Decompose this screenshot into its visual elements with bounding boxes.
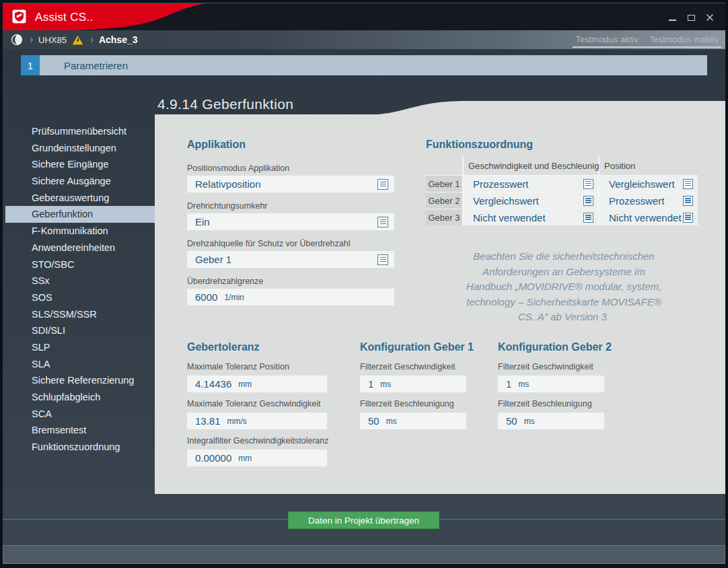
sidebar-item-anwendereinheiten[interactable]: Anwendereinheiten — [5, 240, 155, 256]
field-label: Positionsmodus Applikation — [187, 164, 289, 173]
unit-label: ms — [380, 380, 391, 389]
content-panel: Applikation Positionsmodus Applikation R… — [155, 114, 725, 494]
unit-label: mm — [238, 380, 252, 389]
section-title-funktionszuordnung: Funktionszuordnung — [426, 139, 533, 151]
sidebar-item-sichere-referenzierung[interactable]: Sichere Referenzierung — [5, 372, 155, 389]
window-controls — [667, 12, 715, 23]
sidebar-item-sichere-ausgaenge[interactable]: Sichere Ausgänge — [5, 173, 155, 190]
row-label-geber3: Geber 3 — [426, 209, 462, 225]
sidebar-item-sca[interactable]: SCA — [5, 406, 155, 423]
sidebar-item-geberauswertung[interactable]: Geberauswertung — [5, 190, 155, 207]
testmode-active-tab[interactable]: Testmodus aktiv — [575, 34, 638, 44]
breadcrumb-bar: UHX85 Achse_3 Testmodus aktiv Testmodus … — [3, 30, 725, 49]
field-label: Überdrehzahlgrenze — [187, 277, 263, 286]
geber2-position-dropdown[interactable]: Prozesswert — [599, 192, 698, 209]
sidebar-nav: Prüfsummenübersicht Grundeinstellungen S… — [5, 123, 155, 456]
section-title-gebertoleranz: Gebertoleranz — [187, 341, 260, 353]
list-dropdown-icon[interactable] — [377, 179, 388, 190]
chevron-right-icon — [28, 37, 33, 42]
geber1-position-dropdown[interactable]: Vergleichswert — [599, 176, 698, 192]
unit-label: 1/min — [224, 293, 244, 302]
sidebar-item-bremsentest[interactable]: Bremsentest — [5, 422, 155, 439]
field-label: Integralfilter Geschwindigkeitstoleranz — [187, 436, 329, 446]
geber2-filterzeit-beschleunigung-input[interactable]: 50 ms — [498, 413, 604, 429]
geber2-speed-dropdown[interactable]: Vergleichswert — [464, 192, 598, 209]
sidebar-item-sichere-eingaenge[interactable]: Sichere Eingänge — [5, 156, 155, 173]
page-title: 4.9.14 Geberfunktion — [157, 94, 293, 114]
maximize-icon[interactable] — [686, 13, 696, 22]
sidebar-item-sdi-sli[interactable]: SDI/SLI — [5, 322, 155, 339]
ueberdrehzahlgrenze-input[interactable]: 6000 1/min — [187, 289, 394, 306]
unit-label: mm/s — [227, 417, 247, 426]
chevron-right-icon — [89, 37, 94, 42]
close-icon[interactable] — [705, 13, 715, 22]
list-dropdown-icon[interactable] — [377, 217, 388, 227]
positionsmodus-dropdown[interactable]: Relativposition — [187, 176, 394, 192]
geber2-filterzeit-geschwindigkeit-input[interactable]: 1 ms — [498, 376, 604, 392]
geber3-position-dropdown[interactable]: Nicht verwendet — [599, 209, 698, 225]
column-header-speed: Geschwindigkeit und Beschleunigung — [464, 156, 598, 175]
geber3-speed-dropdown[interactable]: Nicht verwendet — [464, 209, 598, 225]
list-dropdown-icon[interactable] — [683, 213, 693, 223]
step-bar[interactable]: 1 Parametrieren — [21, 55, 707, 75]
breadcrumb-axis[interactable]: Achse_3 — [99, 34, 138, 45]
step-label: Parametrieren — [40, 55, 707, 75]
unit-label: mm — [238, 454, 252, 463]
title-bar: Assist CS.. — [3, 3, 725, 30]
section-title-konfiguration-geber-1: Konfiguration Geber 1 — [360, 341, 474, 353]
sidebar-item-schlupfabgleich[interactable]: Schlupfabgleich — [5, 389, 155, 406]
minimize-icon[interactable] — [667, 13, 677, 22]
sidebar-item-sls-ssm-ssr[interactable]: SLS/SSM/SSR — [5, 306, 155, 323]
warning-icon — [72, 35, 83, 45]
sidebar-item-grundeinstellungen[interactable]: Grundeinstellungen — [5, 140, 155, 157]
testmode-inactive-tab[interactable]: Testmodus inaktiv — [649, 34, 719, 44]
field-label: Maximale Toleranz Position — [187, 362, 289, 371]
list-dropdown-icon[interactable] — [683, 179, 693, 189]
table-corner-cell — [426, 156, 462, 175]
max-toleranz-position-input[interactable]: 4.14436 mm — [187, 376, 327, 392]
app-window: Assist CS.. UHX85 Achse_3 — [0, 0, 728, 568]
testmode-switch: Testmodus aktiv Testmodus inaktiv — [573, 32, 721, 48]
list-dropdown-icon[interactable] — [583, 196, 593, 206]
status-bar — [3, 545, 725, 564]
section-title-konfiguration-geber-2: Konfiguration Geber 2 — [498, 341, 612, 353]
app-title: Assist CS.. — [35, 11, 93, 24]
unit-label: ms — [524, 417, 535, 426]
row-label-geber1: Geber 1 — [426, 176, 462, 192]
sidebar-item-sos[interactable]: SOS — [5, 289, 155, 306]
transfer-to-project-button[interactable]: Daten in Projekt übertragen — [288, 511, 439, 529]
drehrichtungsumkehr-dropdown[interactable]: Ein — [187, 213, 394, 230]
sidebar-item-sla[interactable]: SLA — [5, 356, 155, 373]
geber1-filterzeit-geschwindigkeit-input[interactable]: 1 ms — [360, 376, 466, 392]
unit-label: ms — [386, 417, 397, 426]
list-dropdown-icon[interactable] — [583, 179, 593, 189]
sidebar-item-pruefsummenuebersicht[interactable]: Prüfsummenübersicht — [5, 123, 155, 140]
main-area: 1 Parametrieren Prüfsummenübersicht Grun… — [3, 49, 725, 545]
list-dropdown-icon[interactable] — [583, 213, 593, 223]
breadcrumb: UHX85 Achse_3 — [11, 30, 138, 49]
sidebar-item-slp[interactable]: SLP — [5, 339, 155, 356]
breadcrumb-device[interactable]: UHX85 — [38, 35, 67, 45]
field-label: Maximale Toleranz Geschwindigkeit — [187, 399, 320, 409]
list-dropdown-icon[interactable] — [377, 254, 388, 265]
safety-note: Beachten Sie die sicherheitstechnischen … — [426, 249, 702, 325]
sidebar-item-f-kommunikation[interactable]: F-Kommunikation — [5, 223, 155, 240]
sidebar-item-geberfunktion[interactable]: Geberfunktion — [5, 206, 155, 223]
row-label-geber2: Geber 2 — [426, 192, 462, 209]
sidebar-item-sto-sbc[interactable]: STO/SBC — [5, 256, 155, 273]
list-dropdown-icon[interactable] — [683, 196, 693, 206]
sidebar-item-ssx[interactable]: SSx — [5, 273, 155, 289]
step-number: 1 — [21, 55, 40, 75]
geber1-speed-dropdown[interactable]: Prozesswert — [464, 176, 598, 192]
sidebar-item-funktionszuordnung[interactable]: Funktionszuordnung — [5, 439, 155, 456]
integralfilter-input[interactable]: 0.00000 mm — [187, 450, 327, 466]
shield-logo-icon — [12, 9, 26, 24]
max-toleranz-geschwindigkeit-input[interactable]: 13.81 mm/s — [187, 413, 327, 429]
drehzahlquelle-dropdown[interactable]: Geber 1 — [187, 251, 394, 268]
column-header-position: Position — [599, 156, 698, 175]
geber1-filterzeit-beschleunigung-input[interactable]: 50 ms — [360, 413, 466, 429]
field-label: Drehzahlquelle für Schutz vor Überdrehza… — [187, 239, 351, 248]
network-unit-icon[interactable] — [11, 34, 23, 46]
field-label: Drehrichtungsumkehr — [187, 201, 268, 211]
field-label: Filterzeit Beschleunigung — [498, 399, 592, 409]
